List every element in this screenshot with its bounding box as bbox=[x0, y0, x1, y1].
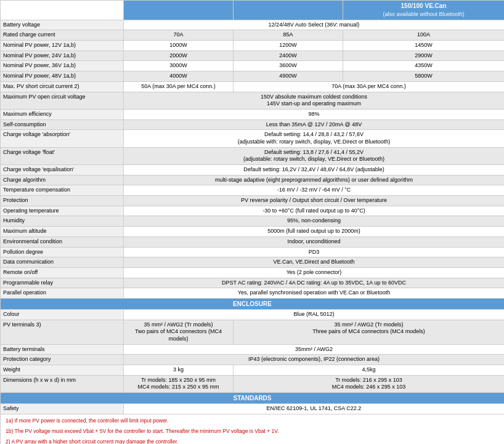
notes-section: 1a) If more PV power is connected, the c… bbox=[1, 414, 505, 444]
row-label: Weight bbox=[1, 365, 124, 376]
row-label: Data communication bbox=[1, 257, 124, 268]
row-value-span3: EN/IEC 62109-1, UL 1741, CSA C22.2 bbox=[124, 404, 505, 414]
row-value-col3: 70A (max 30A per MC4 conn.) bbox=[234, 81, 505, 92]
row-label: Battery voltage bbox=[1, 20, 124, 30]
col3-header: 150/100 VE.Can(also available without Bl… bbox=[343, 1, 505, 20]
row-label: Temperature compensation bbox=[1, 185, 124, 196]
standards-section-header: STANDARDS bbox=[1, 393, 505, 404]
row-value-span3: VE.Can, VE.Direct and Bluetooth bbox=[124, 257, 505, 268]
row-value-col2: 4900W bbox=[234, 71, 343, 82]
row-label: Max. PV short circuit current 2) bbox=[1, 81, 124, 92]
row-label: Rated charge current bbox=[1, 30, 124, 41]
col1-header bbox=[124, 1, 234, 20]
row-label: Protection bbox=[1, 196, 124, 206]
note-line: 1b) The PV voltage must exceed Vbat + 5V… bbox=[3, 426, 502, 437]
row-value-col2: 3600W bbox=[234, 61, 343, 71]
row-value-span3: IP43 (electronic components), IP22 (conn… bbox=[124, 355, 505, 365]
row-label: Safety bbox=[1, 404, 124, 414]
row-value-span3: Default setting: 16,2V / 32,4V / 48,6V /… bbox=[124, 165, 505, 176]
row-value-col1: 1000W bbox=[124, 41, 234, 51]
main-table-body: Battery voltage12/24/48V Auto Select (36… bbox=[1, 20, 505, 444]
row-value-span3: Blue (RAL 5012) bbox=[124, 309, 505, 320]
row-value-span3: 35mm² / AWG2 bbox=[124, 344, 505, 355]
col2-header bbox=[234, 1, 343, 20]
row-value-span3: DPST AC rating: 240VAC / 4A DC rating: 4… bbox=[124, 278, 505, 288]
row-value-col1: 35 mm² / AWG2 (Tr models) Two pairs of M… bbox=[124, 320, 234, 344]
row-label: Colour bbox=[1, 309, 124, 320]
row-label: Humidity bbox=[1, 216, 124, 227]
row-label: Charge algorithm bbox=[1, 175, 124, 185]
row-value-span3: 98% bbox=[124, 109, 505, 119]
note-line: 2) A PV array with a higher short circui… bbox=[3, 437, 502, 444]
row-label: Nominal PV power, 12V 1a,b) bbox=[1, 41, 124, 51]
row-value-col3: 4,5kg bbox=[234, 365, 505, 376]
row-label: Charge voltage 'absorption' bbox=[1, 130, 124, 147]
row-label: Self-consumption bbox=[1, 119, 124, 130]
row-value-span3: Default setting: 13,8 / 27,6 / 41,4 / 55… bbox=[124, 147, 505, 164]
row-label: Environmental condition bbox=[1, 236, 124, 247]
row-value-col1: 4000W bbox=[124, 71, 234, 82]
row-value-col1: 50A (max 30A per MC4 conn.) bbox=[124, 81, 234, 92]
row-value-col3: 5800W bbox=[343, 71, 505, 82]
row-value-col1: 3 kg bbox=[124, 365, 234, 376]
row-label: PV terminals 3) bbox=[1, 320, 124, 344]
row-value-span3: PV reverse polarity / Output short circu… bbox=[124, 196, 505, 206]
row-label: Maximum PV open circuit voltage bbox=[1, 92, 124, 109]
row-label: Programmable relay bbox=[1, 278, 124, 288]
row-label: Operating temperature bbox=[1, 206, 124, 216]
row-value-col1: 3000W bbox=[124, 61, 234, 71]
row-value-span3: Yes, parallel synchronised operation wit… bbox=[124, 288, 505, 299]
row-label: Remote on/off bbox=[1, 267, 124, 278]
row-value-span3: 5000m (full rated output up to 2000m) bbox=[124, 227, 505, 237]
row-value-span3: 12/24/48V Auto Select (36V: manual) bbox=[124, 20, 505, 30]
row-value-span3: Less than 35mA @ 12V / 20mA @ 48V bbox=[124, 119, 505, 130]
row-value-col1: 2000W bbox=[124, 50, 234, 61]
row-value-col3: 35 mm² / AWG2 (Tr models) Three pairs of… bbox=[234, 320, 505, 344]
row-value-span3: Default setting: 14,4 / 28,8 / 43,2 / 57… bbox=[124, 130, 505, 147]
row-value-span3: PD3 bbox=[124, 247, 505, 257]
enclosure-section-header: ENCLOSURE bbox=[1, 298, 505, 309]
row-value-span3: 150V absolute maximum coldest conditions… bbox=[124, 92, 505, 109]
row-value-col3: 4350W bbox=[343, 61, 505, 71]
row-value-col2: 2400W bbox=[234, 50, 343, 61]
row-label: Nominal PV power, 36V 1a,b) bbox=[1, 61, 124, 71]
row-value-col2: 85A bbox=[234, 30, 343, 41]
note-line: 1a) If more PV power is connected, the c… bbox=[3, 416, 502, 426]
row-label: Maximum efficiency bbox=[1, 109, 124, 119]
row-value-span3: -16 mV / -32 mV / -64 mV / °C bbox=[124, 185, 505, 196]
row-label: Maximum altitude bbox=[1, 227, 124, 237]
row-label: Pollution degree bbox=[1, 247, 124, 257]
row-value-col3: 100A bbox=[343, 30, 505, 41]
row-label: Nominal PV power, 24V 1a,b) bbox=[1, 50, 124, 61]
row-value-span3: Yes (2 pole connector) bbox=[124, 267, 505, 278]
row-value-col3: 2900W bbox=[343, 50, 505, 61]
row-value-span3: 95%, non-condensing bbox=[124, 216, 505, 227]
row-value-col2: 1200W bbox=[234, 41, 343, 51]
row-value-col3: Tr models: 216 x 295 x 103 MC4 models: 2… bbox=[234, 375, 505, 392]
product-title bbox=[1, 1, 124, 20]
row-value-span3: multi-stage adaptive (eight preprogramme… bbox=[124, 175, 505, 185]
row-value-span3: -30 to +60°C (full rated output up to 40… bbox=[124, 206, 505, 216]
row-label: Parallel operation bbox=[1, 288, 124, 299]
row-value-span3: Indoor, unconditioned bbox=[124, 236, 505, 247]
row-value-col1: 70A bbox=[124, 30, 234, 41]
row-value-col1: Tr models: 185 x 250 x 95 mm MC4 models:… bbox=[124, 375, 234, 392]
row-value-col3: 1450W bbox=[343, 41, 505, 51]
row-label: Protection category bbox=[1, 355, 124, 365]
row-label: Nominal PV power, 48V 1a,b) bbox=[1, 71, 124, 82]
row-label: Battery terminals bbox=[1, 344, 124, 355]
row-label: Charge voltage 'equalisation' bbox=[1, 165, 124, 176]
row-label: Dimensions (h x w x d) in mm bbox=[1, 375, 124, 392]
row-label: Charge voltage 'float' bbox=[1, 147, 124, 164]
